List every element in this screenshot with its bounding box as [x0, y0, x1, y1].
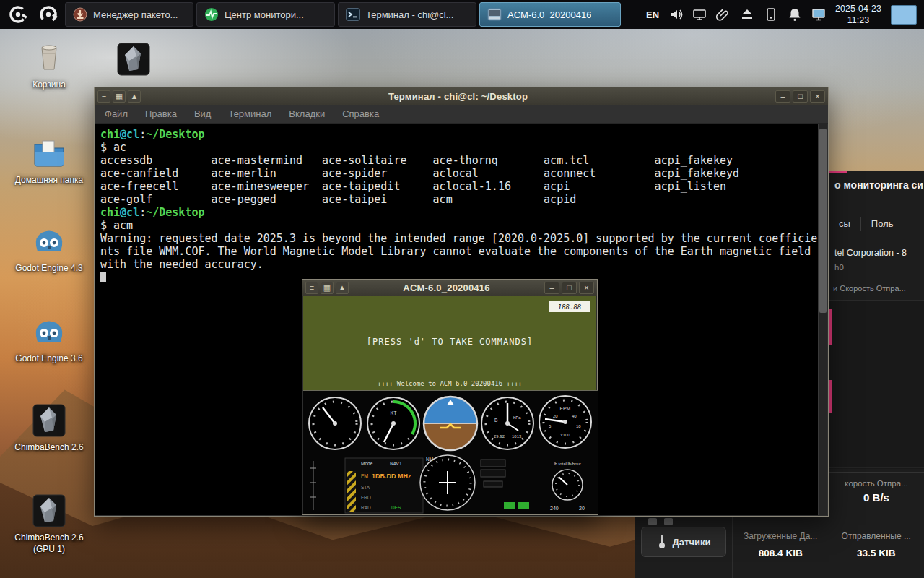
- completion-row: accessdb ace-mastermind ace-solitaire ac…: [100, 154, 818, 167]
- downloaded-stat: Загруженные Да... 808.4 KiB: [733, 517, 829, 578]
- desktop-icon-chimbabench-gpu1[interactable]: ChimbaBench 2.6 (GPU 1): [14, 493, 84, 555]
- baro-hpa-value: 1013: [512, 434, 522, 439]
- acm-titlebar[interactable]: ≡ ▦ ▲ ACM-6.0_20200416 – □ ×: [302, 280, 597, 296]
- terminal-scrollbar[interactable]: [818, 124, 827, 515]
- vsi-x100: x100: [560, 433, 570, 437]
- menu-edit[interactable]: Правка: [145, 108, 177, 119]
- taskbar: Менеджер пакето... Центр монитори... Тер…: [0, 0, 924, 29]
- menu-help[interactable]: Справка: [342, 108, 379, 119]
- fuel-label: lb total lb/hour: [554, 462, 581, 466]
- acm-window-icon: [487, 7, 502, 22]
- prompt-path: ~/Desktop: [146, 206, 204, 219]
- app-launcher-1[interactable]: [4, 1, 32, 28]
- desktop-icon-home-folder[interactable]: Домашняя папка: [14, 136, 84, 186]
- window-menu-icon[interactable]: ≡: [97, 90, 110, 103]
- print-icon[interactable]: ▦: [113, 90, 126, 103]
- acm-welcome-message: ++++ Welcome to ACM-6.0_20200416 ++++: [303, 380, 596, 387]
- terminal-titlebar[interactable]: ≡ ▦ ▲ Терминал - chi@cl: ~/Desktop – □ ×: [95, 87, 828, 105]
- prompt-colon: :: [139, 206, 146, 219]
- uploaded-value: 33.5 KiB: [829, 548, 924, 558]
- clock[interactable]: 2025-04-23 11:23: [835, 3, 881, 27]
- removable-media-icon[interactable]: [764, 7, 778, 22]
- completion-row: ace-canfield ace-merlin ace-spider acloc…: [100, 167, 818, 180]
- desktop-icon-chimbabench[interactable]: ChimbaBench 2.6: [14, 403, 84, 453]
- acm-hud-readout: 188.88: [549, 301, 590, 312]
- keyboard-layout-indicator[interactable]: EN: [646, 9, 659, 20]
- menu-terminal[interactable]: Терминал: [228, 108, 271, 119]
- print-icon[interactable]: ▦: [321, 282, 334, 294]
- desktop-icon-label: ChimbaBench 2.6 (GPU 1): [14, 532, 84, 555]
- crystal-icon: [116, 42, 151, 77]
- package-manager-icon: [73, 7, 87, 22]
- prompt-line: chi@cl:~/Desktop: [100, 128, 818, 141]
- radio-mode-label: Mode: [361, 461, 373, 466]
- close-button[interactable]: ×: [810, 90, 825, 103]
- desktop-icon-label: Корзина: [32, 79, 66, 90]
- window-menu-icon[interactable]: ≡: [305, 282, 318, 294]
- prompt-host: @cl: [120, 206, 139, 219]
- desktop-icon-label: Godot Engine 4.3: [15, 262, 82, 274]
- trash-cup-icon: [32, 40, 66, 75]
- network-interface-fragment: h0: [834, 263, 844, 272]
- system-monitor-bottom-fragment: Датчики Загруженные Да... 808.4 KiB Отпр…: [635, 517, 924, 578]
- minimize-button[interactable]: –: [775, 90, 790, 103]
- clock-date: 2025-04-23: [835, 3, 881, 14]
- virtual-desktop-pager[interactable]: [891, 5, 917, 25]
- sensors-button[interactable]: Датчики: [641, 527, 726, 557]
- acm-instrument-panel: KT B hPa 29.92 1013: [303, 390, 596, 514]
- desktop-icon-label: ChimbaBench 2.6: [14, 441, 83, 453]
- send-speed-panel: корость Отпра... 0 B/s: [829, 472, 924, 517]
- clipboard-paperclip-icon[interactable]: [716, 7, 731, 22]
- chart-line-segment: [829, 309, 832, 345]
- task-label: Терминал - chi@cl...: [366, 9, 453, 20]
- close-button[interactable]: ×: [579, 282, 594, 294]
- taskbar-button-package-manager[interactable]: Менеджер пакето...: [65, 2, 193, 27]
- downloaded-value: 808.4 KiB: [733, 548, 829, 558]
- desktop-icon-trash[interactable]: Корзина: [14, 40, 84, 90]
- desktop-icon-godot-36[interactable]: Godot Engine 3.6: [14, 314, 84, 364]
- radio-des-label: DES: [391, 505, 401, 510]
- monitor-tab-users-fragment[interactable]: Поль: [861, 218, 904, 229]
- taskbar-button-terminal[interactable]: Терминал - chi@cl...: [338, 2, 476, 27]
- clipped-toolbar-icons: [648, 518, 673, 525]
- scrollbar-thumb[interactable]: [819, 129, 827, 313]
- task-label: Центр монитори...: [225, 9, 304, 20]
- menu-file[interactable]: Файл: [105, 108, 128, 119]
- display-settings-icon[interactable]: [811, 7, 826, 22]
- maximize-button[interactable]: □: [793, 90, 808, 103]
- acm-outside-view[interactable]: 188.88 [PRESS 'd' TO TAKE COMMANDS] ++++…: [303, 296, 596, 390]
- chart-line-segment: [829, 380, 832, 413]
- task-label: Менеджер пакето...: [93, 9, 178, 20]
- eject-icon[interactable]: [740, 7, 754, 22]
- monitor-tabs: сы Поль: [829, 212, 924, 236]
- maximize-button[interactable]: □: [562, 282, 577, 294]
- desktop-icon-acm-crystal[interactable]: [99, 42, 168, 77]
- monitor-tab-processes-fragment[interactable]: сы: [829, 218, 860, 229]
- taskbar-button-monitoring-center[interactable]: Центр монитори...: [196, 2, 335, 27]
- desktop-icon-godot-43[interactable]: Godot Engine 4.3: [14, 224, 84, 274]
- network-chart-label-fragment: и Скорость Отпра...: [833, 284, 906, 293]
- radio-nav-label: NAV1: [390, 461, 402, 466]
- monitoring-center-icon: [204, 7, 219, 22]
- godot-icon: [32, 314, 66, 349]
- godot-icon: [32, 224, 66, 259]
- acm-hud-message: [PRESS 'd' TO TAKE COMMANDS]: [303, 337, 596, 347]
- app-launcher-2[interactable]: [35, 1, 62, 28]
- network-chart-fragment: [829, 300, 924, 469]
- tv-display-icon[interactable]: [692, 7, 707, 22]
- desktop-screen: Корзина Домашняя папка Godot Engine 4.3 …: [0, 0, 924, 578]
- menu-view[interactable]: Вид: [194, 108, 212, 119]
- monitor-accent-line: [829, 171, 847, 173]
- sensors-button-label: Датчики: [673, 537, 711, 548]
- taskbar-button-acm[interactable]: ACM-6.0_20200416: [479, 2, 621, 27]
- radio-frequency: 1DB.DD MHz: [372, 473, 411, 480]
- launcher-logo-icon: [7, 4, 29, 25]
- completion-row: ace-freecell ace-minesweeper ace-taipedi…: [100, 180, 818, 193]
- minimize-button[interactable]: –: [544, 282, 559, 294]
- volume-icon[interactable]: [668, 7, 683, 22]
- rollup-icon[interactable]: ▲: [128, 90, 141, 103]
- notifications-bell-icon[interactable]: [788, 7, 802, 22]
- terminal-window-title: Терминал - chi@cl: ~/Desktop: [143, 91, 773, 102]
- rollup-icon[interactable]: ▲: [336, 282, 349, 294]
- menu-tabs[interactable]: Вкладки: [289, 108, 325, 119]
